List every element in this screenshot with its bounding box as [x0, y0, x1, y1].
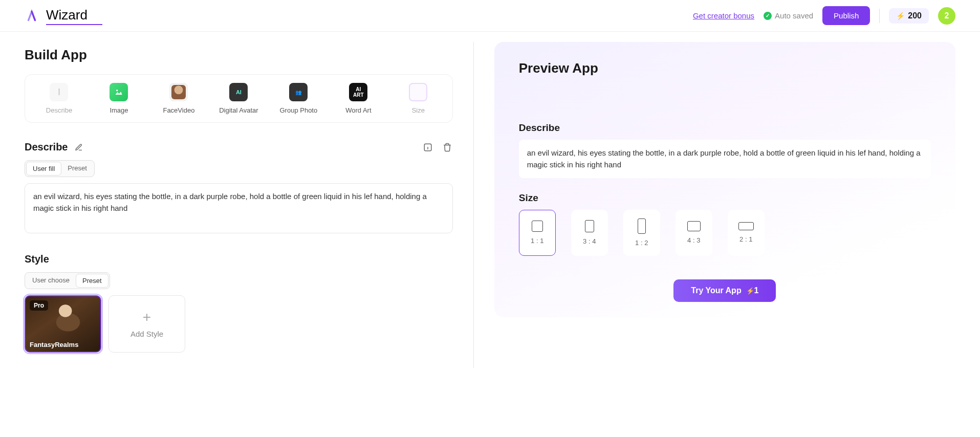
preview-panel: Preview App Describe an evil wizard, his… — [494, 42, 955, 317]
tool-label: Word Art — [345, 106, 371, 114]
app-name-input[interactable] — [46, 6, 102, 25]
tool-label: Digital Avatar — [219, 106, 258, 114]
size-4-3[interactable]: 4 : 3 — [676, 210, 712, 256]
creator-bonus-link[interactable]: Get creator bonus — [693, 11, 754, 20]
tool-label: Size — [412, 106, 425, 114]
publish-button[interactable]: Publish — [822, 6, 870, 25]
preview-describe-text: an evil wizard, his eyes stating the bot… — [519, 140, 931, 178]
tool-group-photo[interactable]: 👥 Group Photo — [270, 83, 328, 114]
ratio-icon — [738, 222, 754, 230]
ratio-icon — [638, 218, 646, 234]
tab-user-fill[interactable]: User fill — [26, 162, 61, 176]
header-left — [25, 6, 102, 25]
ratio-icon — [532, 221, 543, 232]
size-label: 1 : 2 — [635, 239, 648, 247]
style-header: Style — [25, 253, 453, 265]
edit-icon[interactable] — [73, 142, 84, 153]
autosaved-status: ✓ Auto saved — [764, 11, 813, 20]
preview-describe-heading: Describe — [519, 122, 931, 134]
tool-describe[interactable]: I Describe — [30, 83, 88, 114]
logo-icon — [25, 9, 39, 23]
size-1-2[interactable]: 1 : 2 — [623, 210, 660, 256]
tab-style-preset[interactable]: Preset — [76, 274, 108, 288]
avatar[interactable]: 2 — [938, 7, 955, 25]
tool-image[interactable]: Image — [90, 83, 148, 114]
divider — [879, 9, 880, 23]
image-icon — [110, 83, 128, 101]
size-label: 1 : 1 — [531, 237, 543, 245]
bolt-icon: ⚡ — [746, 287, 754, 295]
tool-digital-avatar[interactable]: AI Digital Avatar — [210, 83, 268, 114]
size-2-1[interactable]: 2 : 1 — [728, 210, 765, 256]
preview-size-heading: Size — [519, 192, 931, 204]
try-your-app-button[interactable]: Try Your App ⚡1 — [673, 279, 776, 302]
tool-label: Describe — [46, 106, 72, 114]
bolt-icon: ⚡ — [896, 12, 905, 20]
text-icon: I — [50, 83, 68, 101]
describe-input[interactable] — [25, 183, 453, 233]
style-tabs: User choose Preset — [25, 272, 110, 289]
try-label: Try Your App — [691, 286, 741, 295]
describe-header: Describe — [25, 141, 453, 153]
style-heading: Style — [25, 253, 49, 265]
preview-pane: Preview App Describe an evil wizard, his… — [494, 32, 955, 368]
describe-heading: Describe — [25, 141, 68, 153]
style-name: FantasyRealms — [30, 341, 78, 348]
trash-icon[interactable] — [442, 142, 453, 153]
size-row: 1 : 1 3 : 4 1 : 2 4 : 3 2 : 1 — [519, 210, 931, 256]
style-card-fantasyrealms[interactable]: Pro FantasyRealms — [25, 295, 101, 353]
tool-size[interactable]: Size — [389, 83, 447, 114]
header: Get creator bonus ✓ Auto saved Publish ⚡… — [0, 0, 980, 32]
size-label: 4 : 3 — [687, 236, 700, 244]
ratio-icon — [687, 221, 701, 231]
size-3-4[interactable]: 3 : 4 — [571, 210, 608, 256]
tool-label: FaceVideo — [163, 106, 194, 114]
try-cost: 1 — [754, 286, 759, 295]
describe-tabs: User fill Preset — [25, 160, 95, 177]
check-icon: ✓ — [764, 12, 772, 20]
preview-title: Preview App — [519, 60, 931, 76]
tab-user-choose[interactable]: User choose — [26, 274, 76, 288]
tool-label: Image — [110, 106, 128, 114]
wordart-icon: AIART — [349, 83, 367, 101]
avatar-icon: AI — [229, 83, 248, 101]
size-1-1[interactable]: 1 : 1 — [519, 210, 556, 256]
plus-icon: + — [143, 309, 151, 325]
tool-word-art[interactable]: AIART Word Art — [330, 83, 387, 114]
add-style-button[interactable]: + Add Style — [108, 295, 185, 353]
main: Build App I Describe Image FaceVideo AI … — [0, 32, 980, 368]
tools-row: I Describe Image FaceVideo AI Digital Av… — [25, 74, 453, 123]
pane-divider — [473, 42, 474, 368]
build-pane: Build App I Describe Image FaceVideo AI … — [25, 32, 453, 368]
credits-value: 200 — [908, 11, 922, 20]
group-icon: 👥 — [289, 83, 308, 101]
tool-facevideo[interactable]: FaceVideo — [150, 83, 208, 114]
svg-point-0 — [116, 90, 118, 91]
size-label: 3 : 4 — [583, 237, 596, 245]
credits-badge[interactable]: ⚡ 200 — [889, 8, 929, 24]
face-icon — [169, 83, 188, 101]
size-icon — [409, 83, 427, 101]
header-right: Get creator bonus ✓ Auto saved Publish ⚡… — [693, 6, 955, 25]
autosaved-label: Auto saved — [775, 11, 813, 20]
size-label: 2 : 1 — [739, 235, 752, 243]
add-style-label: Add Style — [130, 330, 163, 338]
ratio-icon — [585, 220, 594, 232]
build-title: Build App — [25, 47, 453, 63]
info-icon[interactable] — [422, 142, 433, 153]
tab-preset[interactable]: Preset — [61, 162, 93, 176]
style-thumb — [41, 301, 95, 339]
pro-badge: Pro — [30, 300, 48, 311]
tool-label: Group Photo — [280, 106, 318, 114]
style-row: Pro FantasyRealms + Add Style — [25, 295, 453, 353]
